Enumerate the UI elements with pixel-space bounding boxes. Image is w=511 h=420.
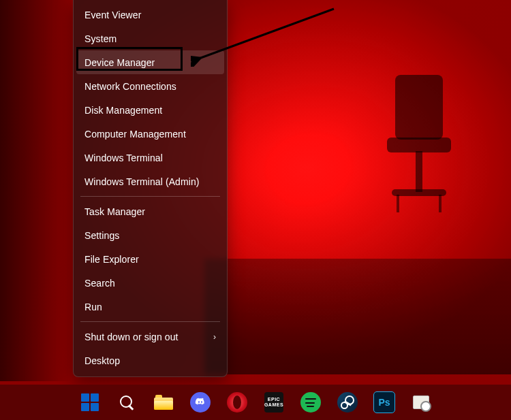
taskbar-search[interactable] (113, 389, 140, 416)
discord-icon (190, 392, 211, 413)
opera-icon (227, 392, 247, 413)
winx-item-windows-terminal-admin[interactable]: Windows Terminal (Admin) (74, 169, 227, 193)
spotify-icon (300, 392, 321, 413)
search-icon (119, 394, 135, 410)
photoshop-icon: Ps (373, 391, 395, 413)
taskbar-steam[interactable] (334, 389, 361, 416)
winx-item-label: Computer Management (84, 129, 186, 140)
winx-item-label: Shut down or sign out (84, 332, 179, 342)
wallpaper-chair (375, 75, 463, 252)
taskbar-file-explorer[interactable] (150, 389, 177, 416)
winx-item-label: Disk Management (84, 105, 162, 116)
winx-context-menu[interactable]: Event ViewerSystemDevice ManagerNetwork … (73, 0, 228, 377)
menu-separator (80, 196, 220, 197)
winx-item-device-manager[interactable]: Device Manager (76, 50, 224, 74)
winx-item-windows-terminal[interactable]: Windows Terminal (74, 146, 227, 169)
winx-item-disk-management[interactable]: Disk Management (74, 98, 227, 122)
winx-item-computer-management[interactable]: Computer Management (74, 122, 227, 146)
winx-item-task-manager[interactable]: Task Manager (74, 199, 227, 223)
winx-item-event-viewer[interactable]: Event Viewer (74, 3, 227, 27)
winx-item-desktop[interactable]: Desktop (74, 349, 227, 372)
winx-item-label: Settings (84, 230, 119, 241)
taskbar-discord[interactable] (187, 389, 214, 416)
winx-item-label: Desktop (84, 355, 120, 366)
taskbar-spotify[interactable] (297, 389, 324, 416)
winx-item-run[interactable]: Run (74, 295, 227, 319)
winx-item-label: Windows Terminal (Admin) (84, 176, 200, 187)
winx-item-label: Task Manager (84, 206, 145, 217)
epic-label-2: GAMES (264, 402, 283, 408)
file-explorer-icon (154, 395, 173, 410)
winx-item-file-explorer[interactable]: File Explorer (74, 247, 227, 271)
steam-icon (337, 392, 358, 413)
winx-item-label: Search (84, 278, 115, 289)
winx-item-label: Network Connections (84, 81, 176, 92)
device-app-icon (411, 393, 431, 412)
winx-item-settings[interactable]: Settings (74, 223, 227, 247)
winx-item-label: Event Viewer (84, 10, 141, 20)
winx-item-label: Device Manager (84, 57, 155, 68)
taskbar-photoshop[interactable]: Ps (371, 389, 398, 416)
epic-label-1: EPIC (268, 397, 280, 402)
winx-item-network-connections[interactable]: Network Connections (74, 74, 227, 98)
wallpaper-shadow-left (0, 0, 72, 381)
taskbar-epic-games[interactable]: EPIC GAMES (260, 389, 288, 416)
windows-logo-icon (81, 393, 99, 411)
wallpaper-desk (204, 259, 511, 374)
winx-item-search[interactable]: Search (74, 271, 227, 295)
epic-games-icon: EPIC GAMES (264, 392, 283, 413)
winx-item-label: Windows Terminal (84, 152, 163, 163)
taskbar-device-app[interactable] (407, 389, 435, 416)
taskbar: EPIC GAMES Ps (0, 385, 511, 420)
winx-item-label: File Explorer (84, 254, 139, 265)
winx-item-system[interactable]: System (74, 27, 227, 50)
chevron-right-icon: › (213, 332, 216, 342)
taskbar-opera[interactable] (223, 389, 251, 416)
winx-item-shut-down-or-sign-out[interactable]: Shut down or sign out› (74, 325, 227, 349)
start-button[interactable] (76, 389, 104, 416)
winx-item-label: System (84, 33, 117, 44)
menu-separator (80, 321, 220, 322)
winx-item-label: Run (84, 302, 102, 312)
